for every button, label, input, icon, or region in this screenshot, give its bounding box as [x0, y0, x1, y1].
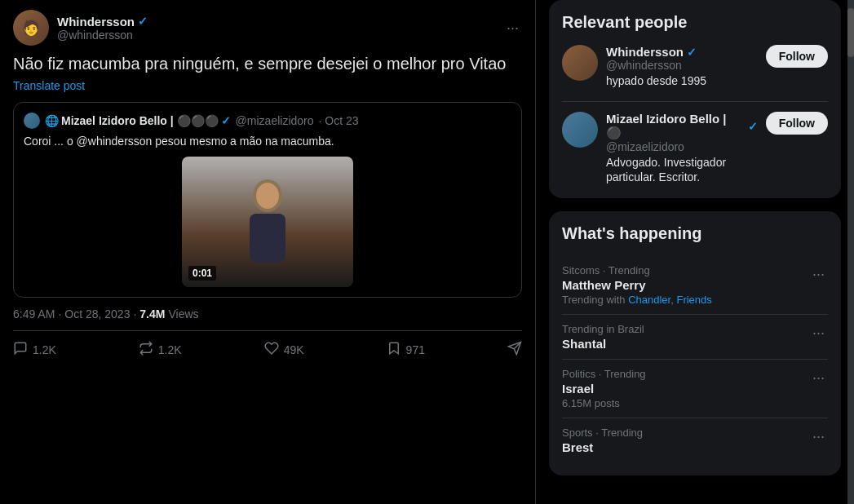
reply-action[interactable]: 1.2K — [13, 341, 56, 360]
relevant-people-title: Relevant people — [562, 13, 828, 32]
right-panel: Relevant people Whindersson ✓ @whinderss… — [536, 0, 854, 504]
person-item-mizael: Mizael Izidoro Bello | ⚫ ✓ @mizaelizidor… — [562, 112, 828, 184]
share-action[interactable] — [507, 341, 522, 360]
person-name-mizael: Mizael Izidoro Bello | ⚫ ✓ — [606, 112, 758, 140]
trending-meta-2: Politics · Trending — [562, 368, 646, 380]
tweet-meta: 6:49 AM · Oct 28, 2023 · 7.4M Views — [13, 307, 522, 321]
quoted-tweet-header: 🌐 Mizael Izidoro Bello | ⚫⚫⚫ ✓ @mizaeliz… — [24, 113, 511, 129]
person-name-whindersson: Whindersson ✓ — [606, 45, 758, 59]
quoted-verified-icon: ✓ — [221, 114, 231, 127]
quoted-date: · Oct 23 — [319, 114, 359, 127]
person-avatar-whindersson[interactable] — [562, 45, 598, 81]
trending-item-2[interactable]: Politics · Trending Israel 6.15M posts ·… — [562, 360, 828, 418]
like-action[interactable]: 49K — [264, 341, 304, 360]
author-handle: @whindersson — [57, 29, 148, 42]
trending-item-0[interactable]: Sitcoms · Trending Matthew Perry Trendin… — [562, 256, 828, 315]
trending-sub-0: Trending with Chandler, Friends — [562, 294, 712, 306]
person-silhouette — [235, 173, 300, 271]
person-details-whindersson: Whindersson ✓ @whindersson hypado desde … — [606, 45, 758, 88]
author-name: Whindersson — [57, 15, 135, 29]
video-thumbnail[interactable]: 0:01 — [182, 157, 353, 287]
relevant-people-section: Relevant people Whindersson ✓ @whinderss… — [549, 0, 841, 198]
svg-rect-1 — [250, 214, 285, 263]
person-verified-mizael: ✓ — [748, 120, 758, 133]
trending-meta-3: Sports · Trending — [562, 427, 643, 439]
author-name-row: Whindersson ✓ — [57, 15, 148, 29]
follow-button-mizael[interactable]: Follow — [766, 112, 828, 135]
trending-name-2: Israel — [562, 382, 646, 396]
person-verified-whindersson: ✓ — [687, 46, 697, 59]
person-bio-mizael: Advogado. Investigador particular. Escri… — [606, 155, 758, 184]
retweet-action[interactable]: 1.2K — [139, 341, 182, 360]
scrollbar-track — [847, 0, 854, 504]
trending-meta-0: Sitcoms · Trending — [562, 264, 712, 276]
follow-button-whindersson[interactable]: Follow — [766, 45, 828, 68]
person-details-mizael: Mizael Izidoro Bello | ⚫ ✓ @mizaelizidor… — [606, 112, 758, 184]
retweet-count: 1.2K — [158, 343, 182, 356]
person-item-whindersson: Whindersson ✓ @whindersson hypado desde … — [562, 45, 828, 88]
tweet-author-info: 🧑 Whindersson ✓ @whindersson — [13, 10, 148, 46]
bookmark-count: 971 — [406, 343, 425, 356]
trending-more-icon-2[interactable]: ··· — [809, 368, 828, 388]
share-icon — [507, 341, 522, 360]
whats-happening-title: What's happening — [562, 224, 828, 243]
trending-sub-2: 6.15M posts — [562, 397, 646, 409]
trending-meta-1: Trending in Brazil — [562, 323, 644, 335]
bookmark-action[interactable]: 971 — [387, 341, 425, 360]
trending-more-icon-3[interactable]: ··· — [809, 427, 828, 447]
tweet-actions: 1.2K 1.2K 49K 971 — [13, 330, 522, 360]
person-handle-mizael: @mizaelizidoro — [606, 140, 758, 153]
trending-link-chandler[interactable]: Chandler — [628, 294, 670, 306]
translate-link[interactable]: Translate post — [13, 79, 85, 92]
trending-link-friends[interactable]: Friends — [676, 294, 711, 306]
quoted-handle: @mizaelizidoro — [236, 114, 314, 127]
like-icon — [264, 341, 279, 360]
verified-icon: ✓ — [138, 15, 148, 28]
trending-name-1: Shantal — [562, 337, 644, 351]
tweet-panel: 🧑 Whindersson ✓ @whindersson ··· Não fiz… — [0, 0, 536, 504]
quoted-author-name: 🌐 Mizael Izidoro Bello | ⚫⚫⚫ ✓ — [45, 114, 231, 127]
retweet-icon — [139, 341, 153, 360]
trending-more-icon-0[interactable]: ··· — [809, 264, 828, 285]
like-count: 49K — [284, 343, 304, 356]
trending-name-3: Brest — [562, 440, 643, 454]
person-handle-whindersson: @whindersson — [606, 59, 758, 72]
video-time: 0:01 — [188, 266, 216, 281]
quoted-author-avatar — [24, 113, 40, 129]
trending-more-icon-1[interactable]: ··· — [809, 323, 828, 343]
person-bio-whindersson: hypado desde 1995 — [606, 73, 758, 88]
person-avatar-mizael[interactable] — [562, 112, 598, 148]
reply-icon — [13, 341, 28, 360]
trending-item-3[interactable]: Sports · Trending Brest ··· — [562, 418, 828, 462]
tweet-text: Não fiz macumba pra ninguém, e sempre de… — [13, 52, 522, 75]
reply-count: 1.2K — [33, 343, 56, 356]
author-details: Whindersson ✓ @whindersson — [57, 15, 148, 42]
scrollbar-thumb[interactable] — [847, 8, 854, 57]
quoted-text: Coroi ... o @whindersson pesou mesmo a m… — [24, 134, 511, 150]
whats-happening-section: What's happening Sitcoms · Trending Matt… — [549, 211, 841, 475]
trending-item-1[interactable]: Trending in Brazil Shantal ··· — [562, 315, 828, 360]
more-options-icon[interactable]: ··· — [503, 16, 522, 40]
quoted-tweet: 🌐 Mizael Izidoro Bello | ⚫⚫⚫ ✓ @mizaeliz… — [13, 102, 522, 298]
bookmark-icon — [387, 341, 401, 360]
svg-point-2 — [256, 183, 279, 209]
divider — [562, 101, 828, 102]
author-avatar[interactable]: 🧑 — [13, 10, 49, 46]
tweet-header: 🧑 Whindersson ✓ @whindersson ··· — [13, 10, 522, 46]
trending-name-0: Matthew Perry — [562, 278, 712, 292]
